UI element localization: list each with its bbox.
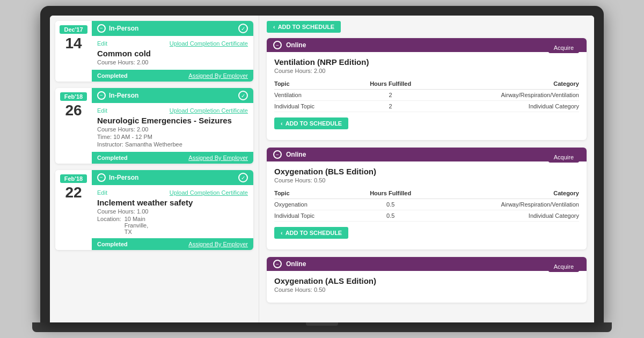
table-header-topic: Topic: [274, 78, 351, 90]
card-type-label: In-Person: [109, 174, 138, 181]
course-table: Topic Hours Fulfilled Category Ventilati…: [274, 78, 579, 112]
edit-link[interactable]: Edit: [97, 189, 107, 196]
upload-link[interactable]: Upload Completion Certificate: [170, 107, 248, 114]
assigned-by-link[interactable]: Assigned By Employer: [188, 72, 248, 79]
card-header-left: − In-Person: [97, 173, 138, 182]
card-body: − In-Person ✓ Edit Upload Completion Cer…: [92, 21, 253, 82]
online-course-hours: Course Hours: 2.00: [274, 68, 579, 74]
right-panel: ‹ ADD TO SCHEDULE − Online Acquire Venti…: [259, 16, 594, 322]
online-course-name: Oxygenation (ALS Edition): [274, 276, 579, 285]
table-cell-hours: 0.5: [351, 210, 430, 222]
card-actions: Edit Upload Completion Certificate: [97, 40, 248, 47]
online-course-body: Acquire Oxygenation (BLS Edition) Course…: [267, 161, 587, 249]
course-hours: Course Hours: 1.00: [97, 208, 248, 215]
minus-icon[interactable]: −: [97, 91, 106, 100]
card-header-left: − In-Person: [97, 24, 138, 33]
left-panel: Dec'17 14 − In-Person ✓: [50, 16, 259, 322]
table-header-hours: Hours Fulfilled: [351, 78, 430, 90]
card-footer: Completed Assigned By Employer: [92, 238, 253, 250]
online-course-body: Acquire Ventilation (NRP Edition) Course…: [267, 52, 587, 140]
table-row: Ventilation 2 Airway/Respiration/Ventila…: [274, 90, 579, 101]
table-header-category: Category: [430, 188, 579, 199]
acquire-button[interactable]: Acquire: [548, 42, 579, 53]
card-type-label: In-Person: [109, 25, 138, 32]
course-title: Common cold: [97, 49, 248, 58]
upload-link[interactable]: Upload Completion Certificate: [170, 189, 248, 196]
card-footer: Completed Assigned By Employer: [92, 152, 253, 164]
add-to-schedule-button-1[interactable]: ‹ ADD TO SCHEDULE: [274, 117, 348, 129]
top-add-to-schedule-button[interactable]: ‹ ADD TO SCHEDULE: [267, 21, 341, 33]
laptop-base: [32, 322, 612, 332]
add-to-schedule-label: ADD TO SCHEDULE: [286, 120, 342, 127]
edit-link[interactable]: Edit: [97, 107, 107, 114]
minus-icon[interactable]: −: [97, 24, 106, 33]
online-section-title: Online: [286, 151, 306, 158]
schedule-card: Feb'18 26 − In-Person ✓: [55, 88, 253, 164]
status-label: Completed: [97, 241, 128, 247]
course-hours: Course Hours: 2.00: [97, 59, 248, 65]
online-minus-icon[interactable]: −: [273, 150, 282, 159]
course-hours: Course Hours: 2.00: [97, 126, 248, 133]
check-icon: ✓: [238, 173, 248, 182]
online-minus-icon[interactable]: −: [273, 260, 282, 268]
acquire-button[interactable]: Acquire: [548, 261, 579, 272]
online-course-name: Oxygenation (BLS Edition): [274, 167, 579, 176]
check-icon: ✓: [238, 91, 248, 100]
card-actions: Edit Upload Completion Certificate: [97, 107, 248, 114]
edit-link[interactable]: Edit: [97, 40, 107, 47]
assigned-by-link[interactable]: Assigned By Employer: [188, 155, 248, 161]
table-cell-category: Airway/Respiration/Ventilation: [430, 90, 579, 101]
schedule-card: Dec'17 14 − In-Person ✓: [55, 21, 253, 82]
status-label: Completed: [97, 155, 128, 161]
table-cell-category: Individual Category: [430, 210, 579, 222]
online-course-header: − Online: [267, 38, 587, 52]
acquire-button[interactable]: Acquire: [548, 152, 579, 163]
date-month: Feb'18: [60, 92, 87, 101]
course-instructor: Instructor: Samantha Wetherbee: [97, 141, 248, 148]
online-course-hours: Course Hours: 0.50: [274, 177, 579, 183]
table-cell-category: Individual Category: [430, 101, 579, 112]
online-course-hours: Course Hours: 0.50: [274, 286, 579, 293]
table-header-category: Category: [430, 78, 579, 90]
chevron-left-icon: ‹: [281, 230, 283, 236]
course-time: Time: 10 AM - 12 PM: [97, 134, 248, 140]
schedule-card: Feb'18 22 − In-Person ✓: [55, 170, 253, 250]
card-header-left: − In-Person: [97, 91, 138, 100]
assigned-by-link[interactable]: Assigned By Employer: [188, 241, 248, 247]
minus-icon[interactable]: −: [97, 173, 106, 182]
course-location: Location: 10 MainFranville,TX: [97, 216, 248, 235]
online-course-body: Acquire Oxygenation (ALS Edition) Course…: [267, 271, 587, 303]
online-course-header: − Online: [267, 257, 587, 271]
add-to-schedule-label: ADD TO SCHEDULE: [278, 24, 335, 30]
table-row: Oxygenation 0.5 Airway/Respiration/Venti…: [274, 199, 579, 210]
status-label: Completed: [97, 72, 128, 79]
card-content: Edit Upload Completion Certificate Incle…: [92, 185, 253, 238]
table-header-hours: Hours Fulfilled: [351, 188, 430, 199]
online-course-header: − Online: [267, 148, 587, 161]
table-cell-category: Airway/Respiration/Ventilation: [430, 199, 579, 210]
online-section-title: Online: [286, 260, 306, 268]
card-footer: Completed Assigned By Employer: [92, 70, 253, 82]
laptop-notch: [306, 322, 338, 326]
chevron-left-icon: ‹: [281, 120, 283, 127]
date-column: Dec'17 14: [55, 21, 92, 82]
table-cell-topic: Individual Topic: [274, 210, 351, 222]
table-cell-topic: Oxygenation: [274, 199, 351, 210]
online-course-card: − Online Acquire Oxygenation (BLS Editio…: [267, 148, 587, 249]
card-body: − In-Person ✓ Edit Upload Completion Cer…: [92, 88, 253, 164]
table-cell-hours: 2: [351, 101, 430, 112]
course-table: Topic Hours Fulfilled Category Oxygenati…: [274, 188, 579, 222]
date-day: 22: [65, 185, 82, 200]
card-type-label: In-Person: [109, 92, 138, 99]
card-content: Edit Upload Completion Certificate Commo…: [92, 36, 253, 70]
course-title: Neurologic Emergencies - Seizures: [97, 116, 248, 125]
location-value: 10 MainFranville,TX: [125, 216, 149, 235]
table-cell-hours: 2: [351, 90, 430, 101]
online-course-name: Ventilation (NRP Edition): [274, 57, 579, 67]
laptop-screen: Dec'17 14 − In-Person ✓: [50, 16, 594, 322]
online-minus-icon[interactable]: −: [273, 41, 282, 49]
add-to-schedule-button-2[interactable]: ‹ ADD TO SCHEDULE: [274, 227, 348, 239]
card-header: − In-Person ✓: [92, 88, 253, 103]
online-section-title: Online: [286, 41, 306, 49]
upload-link[interactable]: Upload Completion Certificate: [170, 40, 248, 47]
